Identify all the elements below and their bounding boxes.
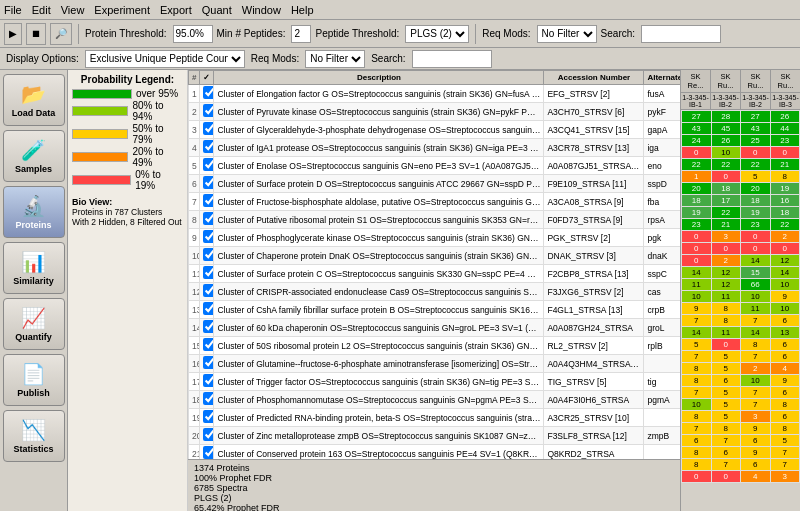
menu-edit[interactable]: Edit bbox=[32, 4, 51, 16]
cell-check[interactable] bbox=[200, 301, 214, 319]
cell-check[interactable] bbox=[200, 175, 214, 193]
cell-check[interactable] bbox=[200, 157, 214, 175]
right-cell: 14 bbox=[770, 267, 800, 279]
cell-check[interactable] bbox=[200, 193, 214, 211]
table-row[interactable]: 6 Cluster of Surface protein D OS=Strept… bbox=[189, 175, 681, 193]
search-input2[interactable] bbox=[412, 50, 492, 68]
menu-quant[interactable]: Quant bbox=[202, 4, 232, 16]
cell-alt: fusA bbox=[644, 85, 680, 103]
table-row[interactable]: 20 Cluster of Zinc metalloprotease zmpB … bbox=[189, 427, 681, 445]
table-row[interactable]: 2 Cluster of Pyruvate kinase OS=Streptoc… bbox=[189, 103, 681, 121]
cell-check[interactable] bbox=[200, 337, 214, 355]
cell-check[interactable] bbox=[200, 85, 214, 103]
cell-check[interactable] bbox=[200, 247, 214, 265]
cell-acc: F4GL1_STRSA [13] bbox=[544, 301, 644, 319]
cell-check[interactable] bbox=[200, 211, 214, 229]
cell-check[interactable] bbox=[200, 373, 214, 391]
cell-check[interactable] bbox=[200, 445, 214, 460]
menu-experiment[interactable]: Experiment bbox=[94, 4, 150, 16]
right-cell: 10 bbox=[682, 399, 712, 411]
search-input[interactable] bbox=[641, 25, 721, 43]
sep-2 bbox=[475, 24, 476, 44]
table-row[interactable]: 8 Cluster of Putative ribosomal protein … bbox=[189, 211, 681, 229]
right-cell: 6 bbox=[770, 351, 800, 363]
th-check: ✓ bbox=[200, 71, 214, 85]
menu-window[interactable]: Window bbox=[242, 4, 281, 16]
table-row[interactable]: 19 Cluster of Predicted RNA-binding prot… bbox=[189, 409, 681, 427]
cell-check[interactable] bbox=[200, 283, 214, 301]
cell-check[interactable] bbox=[200, 121, 214, 139]
table-row[interactable]: 17 Cluster of Trigger factor OS=Streptoc… bbox=[189, 373, 681, 391]
req-mods-select2[interactable]: No Filter bbox=[305, 50, 365, 68]
table-row[interactable]: 4 Cluster of IgA1 protease OS=Streptococ… bbox=[189, 139, 681, 157]
display-options-label: Display Options: bbox=[6, 53, 79, 64]
cell-check[interactable] bbox=[200, 319, 214, 337]
cell-alt: pgk bbox=[644, 229, 680, 247]
req-mods-select[interactable]: No Filter bbox=[537, 25, 597, 43]
req-mods-label: Req Mods: bbox=[482, 28, 530, 39]
menu-view[interactable]: View bbox=[61, 4, 85, 16]
table-row[interactable]: 14 Cluster of 60 kDa chaperonin OS=Strep… bbox=[189, 319, 681, 337]
bio-view-title: Bio View: bbox=[72, 197, 183, 207]
menu-export[interactable]: Export bbox=[160, 4, 192, 16]
samples-label: Samples bbox=[15, 164, 52, 174]
table-row[interactable]: 16 Cluster of Glutamine--fructose-6-phos… bbox=[189, 355, 681, 373]
sidebar-samples[interactable]: 🧪 Samples bbox=[3, 130, 65, 182]
sidebar-proteins[interactable]: 🔬 Proteins bbox=[3, 186, 65, 238]
similarity-icon: 📊 bbox=[21, 250, 46, 274]
table-row[interactable]: 18 Cluster of Phosphomannomutase OS=Stre… bbox=[189, 391, 681, 409]
toolbar-btn-3[interactable]: 🔎 bbox=[50, 23, 72, 45]
cell-check[interactable] bbox=[200, 391, 214, 409]
right-table-row: 19221918 bbox=[682, 207, 800, 219]
th-alt: Alternate ID bbox=[644, 71, 680, 85]
sidebar-similarity[interactable]: 📊 Similarity bbox=[3, 242, 65, 294]
right-cell: 6 bbox=[741, 435, 771, 447]
table-row[interactable]: 3 Cluster of Glyceraldehyde-3-phosphate … bbox=[189, 121, 681, 139]
cell-check[interactable] bbox=[200, 139, 214, 157]
right-cell: 22 bbox=[711, 207, 741, 219]
status-line5: 65.42% Prophet FDR bbox=[194, 503, 674, 511]
display-options-select[interactable]: Exclusive Unique Peptide Count bbox=[85, 50, 245, 68]
sidebar-statistics[interactable]: 📉 Statistics bbox=[3, 410, 65, 462]
table-row[interactable]: 21 Cluster of Conserved protein 163 OS=S… bbox=[189, 445, 681, 460]
table-row[interactable]: 11 Cluster of Surface protein C OS=Strep… bbox=[189, 265, 681, 283]
table-row[interactable]: 15 Cluster of 50S ribosomal protein L2 O… bbox=[189, 337, 681, 355]
peptide-threshold-select[interactable]: PLGS (2) bbox=[405, 25, 469, 43]
min-peptides-input[interactable] bbox=[291, 25, 311, 43]
cell-alt: zmpB bbox=[644, 427, 680, 445]
sidebar-quantify[interactable]: 📈 Quantify bbox=[3, 298, 65, 350]
sidebar-load-data[interactable]: 📂 Load Data bbox=[3, 74, 65, 126]
table-row[interactable]: 13 Cluster of CshA family fibrillar surf… bbox=[189, 301, 681, 319]
cell-check[interactable] bbox=[200, 355, 214, 373]
protein-threshold-input[interactable] bbox=[173, 25, 213, 43]
table-row[interactable]: 5 Cluster of Enolase OS=Streptococcus sa… bbox=[189, 157, 681, 175]
right-cell: 26 bbox=[770, 111, 800, 123]
table-row[interactable]: 1 Cluster of Elongation factor G OS=Stre… bbox=[189, 85, 681, 103]
cell-num: 9 bbox=[189, 229, 200, 247]
right-table-row: 981110 bbox=[682, 303, 800, 315]
cell-desc: Cluster of Elongation factor G OS=Strept… bbox=[214, 85, 544, 103]
cell-alt: rpsA bbox=[644, 211, 680, 229]
bio-view-line2: With 2 Hidden, 8 Filtered Out bbox=[72, 217, 183, 227]
cell-check[interactable] bbox=[200, 229, 214, 247]
legend-color-2 bbox=[72, 106, 128, 116]
menu-help[interactable]: Help bbox=[291, 4, 314, 16]
cell-acc: A3CH70_STRSV [6] bbox=[544, 103, 644, 121]
table-row[interactable]: 7 Cluster of Fructose-bisphosphate aldol… bbox=[189, 193, 681, 211]
cell-check[interactable] bbox=[200, 427, 214, 445]
sidebar-publish[interactable]: 📄 Publish bbox=[3, 354, 65, 406]
cell-acc: A0A087GJ51_STRSA [9] bbox=[544, 157, 644, 175]
cell-check[interactable] bbox=[200, 265, 214, 283]
menu-file[interactable]: File bbox=[4, 4, 22, 16]
table-row[interactable]: 10 Cluster of Chaperone protein DnaK OS=… bbox=[189, 247, 681, 265]
right-cell: 6 bbox=[682, 435, 712, 447]
protein-table-container[interactable]: # ✓ Description Accession Number Alterna… bbox=[188, 70, 680, 459]
cell-check[interactable] bbox=[200, 409, 214, 427]
table-row[interactable]: 9 Cluster of Phosphoglycerate kinase OS=… bbox=[189, 229, 681, 247]
table-row[interactable]: 12 Cluster of CRISPR-associated endonucl… bbox=[189, 283, 681, 301]
right-cell: 0 bbox=[682, 471, 712, 483]
right-cell: 7 bbox=[682, 351, 712, 363]
cell-check[interactable] bbox=[200, 103, 214, 121]
toolbar-btn-1[interactable]: ▶ bbox=[4, 23, 22, 45]
toolbar-btn-2[interactable]: ⏹ bbox=[26, 23, 46, 45]
